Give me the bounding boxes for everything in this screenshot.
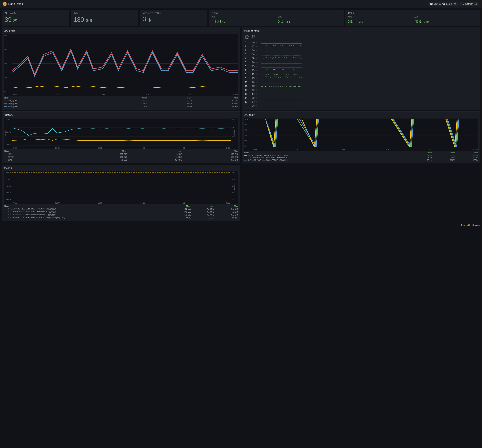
cpu-usage-panel: CPU使用率 80%60%40%20%0% (2, 28, 240, 110)
refresh-label: Refresh (465, 3, 473, 5)
memory-legend-row: 总内存 180 GiB 180 GiB 180 GiB (4, 156, 238, 158)
legend-mean: 97.4% (408, 157, 433, 159)
gpu-legend-row: GPU-5f996fb2-2d62-691b-2b82-c74ef39258ad… (244, 154, 478, 157)
core-usage: 2.00% (250, 52, 259, 56)
legend-last: 47.7 GiB (128, 158, 183, 161)
cpu-legend-row: 系统使用率 1.64% 1.07% 6.67% (4, 102, 238, 105)
core-sparkline (260, 68, 478, 72)
gpu-legend-table: Name Mean Last * Max GPU-5f996fb2-2d62-6… (244, 151, 478, 161)
memory-panel: 内存信息 192 GiB128 GiB64 GiB 剩余内存 (2, 111, 240, 163)
legend-name: GPU-b3d3f52f-6719-8468-00b5-598d81aab7a3… (4, 210, 169, 213)
legend-name: GPU-c94df367-145a-90eb-c55f-fd8d486a6955 (244, 159, 408, 161)
core-sparkline (260, 72, 478, 76)
core-sparkline (260, 104, 478, 108)
core-usage: 1.00% (250, 104, 259, 108)
logical-cpu-row: 15 6.40% (244, 100, 478, 104)
legend-name: 已用 (4, 158, 72, 161)
chevron-down-icon: ▾ (451, 3, 452, 5)
legend-mean: 90.1% (169, 216, 192, 219)
memory-chart: 192 GiB128 GiB64 GiB 剩余内存 (4, 118, 238, 149)
refresh-icon: ↻ (462, 3, 464, 5)
sys-disk-card: 系统盘 可用 11.0 GiB 总量 30 GiB (209, 10, 344, 26)
core-number: 1 (244, 44, 250, 48)
sys-disk-title: 系统盘 (212, 12, 341, 15)
legend-mean: 45.9 GiB (169, 213, 192, 216)
gpu-y-labels: 100%80%60%40%20%0% (244, 118, 252, 147)
time-range-picker[interactable]: 🕐 Last 30 minutes ▾ 🔍 (428, 2, 458, 6)
core-number: 0 (244, 40, 250, 44)
logical-cpu-row: 14 1.20% (244, 96, 478, 100)
vram-legend-row: GPU-b3d3f52f-6719-8468-00b5-598d81aab7a3… (4, 210, 238, 213)
core-sparkline (260, 52, 478, 56)
legend-last: 180 GiB (128, 156, 183, 158)
legend-max: 100% (456, 157, 478, 159)
logical-cpu-row: 11 30.5% (244, 84, 478, 88)
legend-last: 27.9% (148, 105, 193, 108)
core-number: 5 (244, 60, 250, 64)
vram-legend-table: Name Mean Last * Max GPU-5f996fb2-2d62-6… (4, 204, 238, 219)
stat-row: CPU 核心数 39 核 内存 180 GiB NVIDIA RTX A6000… (2, 10, 480, 26)
vram-title: 显存信息 (4, 166, 238, 170)
vram-legend-row: GPU-5f996fb2-2d62-691b-2b82-c74ef39258ad… (4, 216, 238, 219)
core-number: 12 (244, 88, 250, 92)
clock-icon: 🕐 (430, 3, 433, 5)
core-sparkline (260, 40, 478, 44)
refresh-interval: 5s (475, 3, 477, 5)
topbar-right: 🕐 Last 30 minutes ▾ 🔍 ↻ Refresh 5s (428, 2, 479, 6)
core-usage: 74.6% (250, 56, 259, 60)
legend-name: GPU-5f996fb2-2d62-691b-2b82-c74ef39258ad… (4, 216, 169, 219)
legend-max: 100% (456, 159, 478, 161)
legend-mean: 29.3% (102, 99, 147, 102)
refresh-button[interactable]: ↻ Refresh 5s (460, 2, 479, 6)
legend-last: 47.3 GiB (192, 210, 215, 213)
core-sparkline (260, 48, 478, 52)
legend-last: 100% (433, 159, 456, 161)
memory-legend-table: Name Mean Last * Max 可用 135 GiB 132 GiB … (4, 150, 238, 161)
legend-last: 132 GiB (128, 152, 183, 156)
core-sparkline (260, 56, 478, 60)
legend-mean: 93.2% (408, 159, 433, 161)
core-number: 9 (244, 76, 250, 80)
memory-chart-plot (12, 118, 231, 146)
vram-chart-plot (12, 172, 231, 200)
core-usage: 30.5% (250, 84, 259, 88)
logical-cpu-row: 5 0.800% (244, 60, 478, 64)
legend-mean: 27.6% (102, 105, 147, 108)
cpu-chart-plot (12, 35, 238, 92)
legend-name: GPU-b3d3f52f-6719-8468-00b5-598d81aab7a3 (244, 157, 408, 159)
app-icon: ● (3, 2, 7, 6)
memory-value: 180 GiB (74, 16, 135, 23)
core-number: 4 (244, 56, 250, 60)
gpu-chart: 100%80%60%40%20%0% (244, 118, 478, 151)
core-sparkline (260, 84, 478, 88)
logical-cpu-row: 9 98.8% (244, 76, 478, 80)
core-usage: 0.700% (250, 64, 259, 68)
core-number: 14 (244, 96, 250, 100)
time-range-label: Last 30 minutes (434, 3, 450, 5)
logical-cpu-row: 10 0.800% (244, 80, 478, 84)
core-number: 2 (244, 48, 250, 52)
logical-cpu-row: 6 0.700% (244, 64, 478, 68)
legend-last: 99% (433, 154, 456, 157)
logical-cpu-table-scroll[interactable]: CPU 核心 使用率/% 0 1.00% 1 93.1% 2 5.40% (244, 34, 478, 108)
gpu-label: NVIDIA RTX A6000 (143, 12, 204, 14)
cpu-cores-card: CPU 核心数 39 核 (2, 10, 69, 26)
logical-cpu-row: 8 45.4% (244, 72, 478, 76)
core-usage: 2.30% (250, 88, 259, 92)
core-usage: 92.6% (250, 68, 259, 72)
logical-cpu-row: 0 1.00% (244, 40, 478, 44)
core-usage: 4.70% (250, 92, 259, 96)
logical-cpu-row: 12 2.30% (244, 88, 478, 92)
logical-cpu-row: 4 74.6% (244, 56, 478, 60)
core-number: 10 (244, 80, 250, 84)
core-sparkline (260, 92, 478, 96)
legend-max: 6.67% (193, 102, 238, 105)
gpu-usage-panel: GPU 使用率 100%80%60%40%20%0% (242, 111, 480, 163)
core-usage: 1.00% (250, 40, 259, 44)
data-disk-title: 数据盘 (348, 12, 477, 15)
core-sparkline (260, 44, 478, 48)
legend-mean: 1.64% (102, 102, 147, 105)
cpu-legend-row: 用户使用率 27.6% 27.9% 80.8% (4, 105, 238, 108)
logical-cpu-row: 1 93.1% (244, 44, 478, 48)
logical-cpu-row: 2 5.40% (244, 48, 478, 52)
